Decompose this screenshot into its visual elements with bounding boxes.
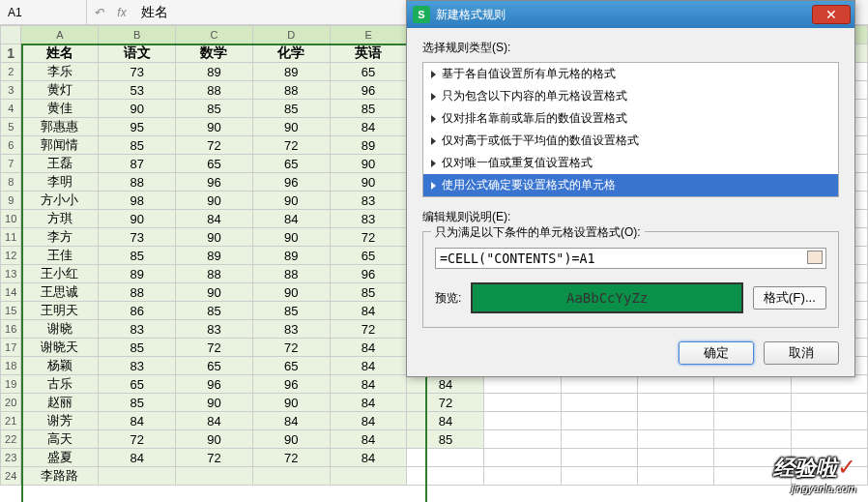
cell[interactable]: 98 (99, 192, 176, 210)
cell[interactable]: 72 (330, 320, 407, 339)
cell[interactable]: 90 (99, 210, 176, 228)
cell[interactable]: 姓名 (21, 44, 99, 63)
row-header[interactable]: 9 (1, 192, 21, 210)
rule-type-item[interactable]: 只为包含以下内容的单元格设置格式 (423, 85, 838, 107)
cell[interactable]: 83 (252, 320, 330, 339)
cell[interactable] (561, 375, 637, 394)
row-header[interactable]: 24 (1, 467, 21, 486)
cell[interactable] (484, 467, 561, 486)
cell[interactable] (791, 375, 867, 394)
cell[interactable]: 96 (330, 265, 407, 283)
cell[interactable]: 方琪 (21, 210, 99, 228)
cell[interactable]: 李明 (21, 173, 99, 192)
cell[interactable]: 90 (176, 430, 253, 449)
cell[interactable]: 85 (176, 302, 253, 320)
cell[interactable]: 90 (176, 118, 253, 136)
cell[interactable]: 84 (176, 210, 253, 228)
cell[interactable]: 盛夏 (21, 449, 99, 467)
dialog-titlebar[interactable]: S 新建格式规则 ✕ (407, 1, 854, 28)
cell[interactable] (561, 449, 637, 467)
cell[interactable]: 85 (252, 302, 330, 320)
row-header[interactable]: 12 (1, 247, 21, 265)
cell[interactable]: 73 (99, 228, 176, 247)
cell[interactable] (252, 467, 330, 486)
cell[interactable]: 84 (176, 412, 253, 430)
cell[interactable]: 85 (176, 100, 253, 118)
cell[interactable]: 谢芳 (21, 412, 99, 430)
cell[interactable] (638, 412, 714, 430)
row-header[interactable]: 8 (1, 173, 21, 192)
formula-value[interactable]: 姓名 (133, 4, 168, 21)
cell[interactable]: 84 (330, 118, 407, 136)
cell[interactable]: 84 (99, 412, 176, 430)
row-header[interactable]: 11 (1, 228, 21, 247)
cell[interactable]: 90 (252, 192, 330, 210)
cell[interactable]: 72 (252, 136, 330, 155)
format-button[interactable]: 格式(F)... (753, 286, 826, 310)
cell[interactable] (714, 412, 791, 430)
cell[interactable]: 90 (330, 173, 407, 192)
cell[interactable]: 89 (252, 63, 330, 81)
cell[interactable]: 83 (330, 210, 407, 228)
cell[interactable]: 王明天 (21, 302, 99, 320)
cell[interactable]: 89 (99, 265, 176, 283)
cell[interactable] (484, 430, 561, 449)
cell[interactable]: 谢晓天 (21, 339, 99, 357)
cell[interactable]: 90 (252, 118, 330, 136)
cell[interactable]: 85 (99, 394, 176, 412)
close-icon[interactable]: ✕ (812, 5, 851, 24)
row-header[interactable]: 14 (1, 283, 21, 302)
cell[interactable]: 65 (330, 247, 407, 265)
cell[interactable]: 高天 (21, 430, 99, 449)
cell[interactable]: 谢晓 (21, 320, 99, 339)
row-header[interactable]: 3 (1, 81, 21, 100)
cell[interactable]: 84 (330, 302, 407, 320)
row-header[interactable]: 4 (1, 100, 21, 118)
cell[interactable]: 方小小 (21, 192, 99, 210)
cell[interactable]: 83 (176, 320, 253, 339)
cell[interactable]: 90 (176, 394, 253, 412)
cell[interactable]: 84 (99, 449, 176, 467)
cell[interactable]: 90 (252, 430, 330, 449)
cell[interactable]: 89 (176, 63, 253, 81)
cell[interactable]: 85 (252, 100, 330, 118)
row-header[interactable]: 2 (1, 63, 21, 81)
cell[interactable] (638, 449, 714, 467)
undo-icon[interactable]: ↶ (87, 6, 110, 19)
cell[interactable] (407, 449, 484, 467)
cell[interactable]: 83 (330, 192, 407, 210)
cell[interactable]: 72 (99, 430, 176, 449)
cell[interactable] (407, 467, 484, 486)
row-header[interactable]: 7 (1, 155, 21, 173)
cell[interactable]: 84 (330, 339, 407, 357)
row-header[interactable]: 13 (1, 265, 21, 283)
cell[interactable]: 郭闻情 (21, 136, 99, 155)
row-header[interactable]: 18 (1, 357, 21, 375)
column-header[interactable]: B (99, 26, 176, 44)
cell[interactable]: 84 (330, 394, 407, 412)
cell[interactable]: 89 (252, 247, 330, 265)
cell[interactable]: 89 (176, 247, 253, 265)
cell[interactable]: 杨颖 (21, 357, 99, 375)
cell[interactable]: 王佳 (21, 247, 99, 265)
range-select-icon[interactable] (807, 251, 823, 264)
cell[interactable]: 65 (252, 155, 330, 173)
cell[interactable]: 84 (252, 210, 330, 228)
rule-type-list[interactable]: 基于各自值设置所有单元格的格式只为包含以下内容的单元格设置格式仅对排名靠前或靠后… (422, 62, 839, 197)
cell[interactable]: 90 (176, 192, 253, 210)
cell[interactable]: 李乐 (21, 63, 99, 81)
cell[interactable]: 84 (330, 375, 407, 394)
cell[interactable]: 李路路 (21, 467, 99, 486)
cell[interactable]: 90 (252, 283, 330, 302)
row-header[interactable]: 17 (1, 339, 21, 357)
cell[interactable]: 85 (407, 430, 484, 449)
cell[interactable]: 88 (252, 81, 330, 100)
cell[interactable]: 96 (330, 81, 407, 100)
cell[interactable] (99, 467, 176, 486)
cell[interactable] (330, 467, 407, 486)
cell[interactable]: 赵丽 (21, 394, 99, 412)
column-header[interactable]: C (176, 26, 253, 44)
cell[interactable]: 86 (99, 302, 176, 320)
row-header[interactable]: 20 (1, 394, 21, 412)
cell[interactable] (714, 394, 791, 412)
